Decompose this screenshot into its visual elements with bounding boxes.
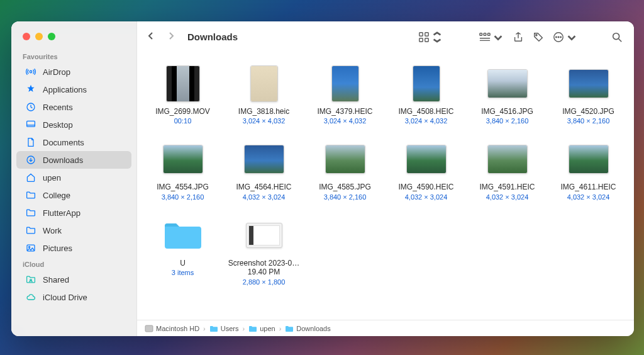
file-item[interactable]: Screenshot 2023-0…19.40 PM2,880 × 1,800 <box>225 213 303 295</box>
svg-rect-11 <box>425 38 428 41</box>
svg-line-23 <box>619 38 622 41</box>
file-name: IMG_4508.HEIC <box>398 107 453 116</box>
path-crumb[interactable]: upen <box>248 324 275 333</box>
sidebar-item-downloads[interactable]: Downloads <box>16 151 131 169</box>
folder-icon <box>162 220 204 251</box>
doc-icon <box>25 137 36 148</box>
sidebar-item-work[interactable]: Work <box>16 222 131 239</box>
file-thumbnail <box>160 140 206 179</box>
sidebar-item-applications[interactable]: Applications <box>16 81 131 98</box>
svg-rect-10 <box>419 38 423 41</box>
sidebar-item-label: Shared <box>43 275 69 285</box>
path-crumb[interactable]: Downloads <box>285 324 330 333</box>
sidebar-item-label: Desktop <box>43 120 73 130</box>
file-meta: 4,032 × 3,024 <box>567 193 610 201</box>
svg-point-20 <box>558 37 558 37</box>
sidebar-item-label: FlutterApp <box>43 208 80 218</box>
finder-window: FavouritesAirDropApplicationsRecentsDesk… <box>11 21 634 336</box>
file-name: IMG_4564.HEIC <box>236 183 291 191</box>
window-controls <box>11 30 136 49</box>
back-button[interactable] <box>146 31 156 43</box>
sidebar-item-desktop[interactable]: Desktop <box>16 116 131 133</box>
file-item[interactable]: IMG_4585.JPG3,840 × 2,160 <box>306 137 384 209</box>
sidebar-item-pictures[interactable]: Pictures <box>16 239 131 257</box>
folder-icon <box>248 324 257 333</box>
folder-icon <box>25 207 36 218</box>
file-name: IMG_3818.heic <box>238 107 289 116</box>
disk-icon <box>145 324 153 333</box>
download-icon <box>25 154 36 166</box>
path-crumb-label: upen <box>260 325 275 332</box>
file-item[interactable]: IMG_4591.HEIC4,032 × 3,024 <box>468 137 547 209</box>
more-actions-button[interactable] <box>553 31 577 43</box>
sidebar-item-shared[interactable]: Shared <box>16 271 131 288</box>
file-thumbnail <box>323 64 368 103</box>
sidebar-item-label: Documents <box>43 138 84 147</box>
file-thumbnail <box>485 140 530 179</box>
file-name: IMG_4554.JPG <box>157 183 209 191</box>
sidebar-item-iclouddrive[interactable]: iCloud Drive <box>16 288 131 306</box>
file-item[interactable]: IMG_4508.HEIC3,024 × 4,032 <box>387 62 465 133</box>
sidebar-item-label: Downloads <box>43 155 83 165</box>
file-thumbnail <box>485 64 530 103</box>
file-thumbnail <box>566 64 611 103</box>
sidebar-item-college[interactable]: College <box>16 186 131 204</box>
file-name: IMG_4591.HEIC <box>479 183 535 191</box>
file-thumbnail <box>242 140 287 179</box>
file-item[interactable]: U3 items <box>143 213 222 295</box>
file-thumbnail <box>160 216 206 255</box>
file-item[interactable]: IMG_4516.JPG3,840 × 2,160 <box>468 62 547 133</box>
sidebar-item-label: Recents <box>43 103 73 112</box>
path-crumb-label: Macintosh HD <box>156 325 199 332</box>
sidebar-item-documents[interactable]: Documents <box>16 133 131 151</box>
forward-button[interactable] <box>166 31 176 43</box>
main-pane: Downloads <box>137 21 634 336</box>
close-window-button[interactable] <box>23 33 30 40</box>
file-grid-area[interactable]: IMG_2699.MOV00:10IMG_3818.heic3,024 × 4,… <box>137 53 634 320</box>
file-item[interactable]: IMG_4520.JPG3,840 × 2,160 <box>549 62 628 133</box>
fullscreen-window-button[interactable] <box>48 33 55 40</box>
tags-button[interactable] <box>533 31 544 43</box>
file-thumbnail <box>404 64 449 103</box>
svg-rect-24 <box>145 325 153 332</box>
sidebar-item-airdrop[interactable]: AirDrop <box>16 63 131 81</box>
file-thumbnail <box>404 140 449 179</box>
file-item[interactable]: IMG_4590.HEIC4,032 × 3,024 <box>387 137 465 209</box>
path-crumb[interactable]: Users <box>209 324 239 333</box>
file-thumbnail <box>242 64 287 103</box>
svg-rect-9 <box>425 32 428 35</box>
shared-icon <box>25 274 36 285</box>
sidebar-item-recents[interactable]: Recents <box>16 98 131 116</box>
file-item[interactable]: IMG_3818.heic3,024 × 4,032 <box>225 62 303 133</box>
path-crumb-label: Users <box>221 325 239 332</box>
home-icon <box>25 172 36 183</box>
svg-rect-12 <box>480 33 482 35</box>
file-name: IMG_4379.HEIC <box>317 107 372 116</box>
search-button[interactable] <box>611 31 623 43</box>
cloud-icon <box>25 291 36 303</box>
view-mode-button[interactable] <box>418 31 443 43</box>
file-item[interactable]: IMG_4379.HEIC3,024 × 4,032 <box>306 62 384 133</box>
file-item[interactable]: IMG_4611.HEIC4,032 × 3,024 <box>549 137 628 209</box>
file-meta: 3,840 × 2,160 <box>162 193 204 201</box>
pictures-icon <box>25 242 36 254</box>
sidebar-item-label: upen <box>43 173 61 183</box>
file-item[interactable]: IMG_4564.HEIC4,032 × 3,024 <box>225 137 303 209</box>
file-item[interactable]: IMG_4554.JPG3,840 × 2,160 <box>143 137 222 209</box>
path-crumb[interactable]: Macintosh HD <box>145 324 199 333</box>
sidebar-item-label: College <box>43 191 70 200</box>
share-button[interactable] <box>513 31 524 43</box>
svg-point-19 <box>556 37 557 37</box>
apps-icon <box>25 84 36 95</box>
svg-point-6 <box>29 246 30 247</box>
file-thumbnail <box>323 140 368 179</box>
file-name: IMG_4585.JPG <box>319 183 371 191</box>
folder-icon <box>209 324 218 333</box>
file-item[interactable]: IMG_2699.MOV00:10 <box>143 62 222 133</box>
sidebar-item-flutterapp[interactable]: FlutterApp <box>16 204 131 222</box>
file-meta: 3,024 × 4,032 <box>243 117 286 125</box>
group-by-button[interactable] <box>479 31 504 43</box>
desktop-icon <box>25 119 36 130</box>
sidebar-item-upen[interactable]: upen <box>16 169 131 186</box>
minimize-window-button[interactable] <box>35 33 43 40</box>
